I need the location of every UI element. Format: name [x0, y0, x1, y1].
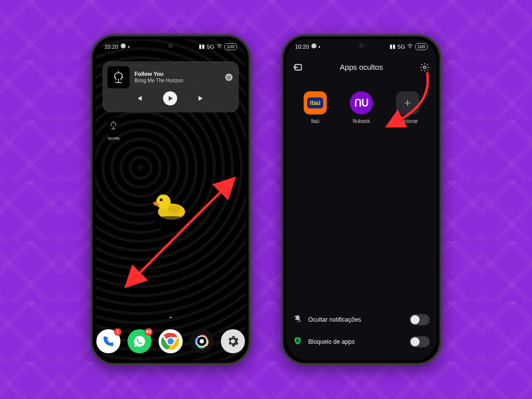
widget-suggestion-row[interactable]: Spotify — [102, 116, 239, 141]
svg-point-1 — [156, 195, 171, 209]
svg-point-16 — [410, 47, 411, 48]
network-label: 5G — [397, 44, 405, 50]
option-app-lock[interactable]: Bloqueio de apps — [293, 336, 430, 347]
music-widget[interactable]: Follow You Bring Me The Horizon — [102, 61, 239, 112]
app-label: Itaú — [299, 118, 331, 124]
bell-off-icon — [293, 314, 302, 325]
wifi-icon — [407, 44, 413, 50]
network-label: 5G — [207, 44, 214, 50]
song-title: Follow You — [135, 70, 220, 77]
next-button[interactable] — [197, 94, 205, 102]
battery-pill: 100 — [224, 43, 237, 50]
header-title: Apps ocultos — [340, 63, 383, 71]
app-label: Adicionar — [391, 118, 424, 124]
song-artist: Bring Me The Horizon — [135, 77, 220, 84]
whatsapp-app[interactable]: 50 — [127, 329, 152, 353]
camera-search-app[interactable] — [190, 329, 214, 353]
phone-badge: 1 — [114, 328, 121, 336]
signal-icon: ▮▮ — [199, 43, 205, 50]
signal-icon: ▮▮ — [389, 43, 395, 50]
svg-point-3 — [168, 205, 181, 213]
app-drawer-handle[interactable]: ⌃ — [168, 315, 174, 323]
hidden-apps-grid: itaú Itaú ՈՍ Nubank Adicionar — [286, 91, 437, 124]
app-label: Nubank — [345, 118, 377, 124]
svg-point-18 — [424, 66, 426, 68]
spotify-status-icon — [311, 43, 317, 50]
svg-point-5 — [120, 43, 125, 48]
spotify-icon — [225, 73, 233, 81]
screen-header: Apps ocultos — [286, 57, 437, 77]
svg-point-15 — [311, 43, 316, 48]
option-hide-notifications[interactable]: Ocultar notificações — [293, 314, 430, 325]
thumb-spotify-caption: Spotify — [107, 136, 119, 141]
svg-point-6 — [219, 47, 220, 48]
album-art — [107, 66, 129, 88]
option-label: Bloqueio de apps — [308, 338, 404, 345]
settings-app[interactable] — [221, 329, 245, 353]
hidden-app-itau[interactable]: itaú Itaú — [299, 91, 331, 124]
wallpaper-duck — [153, 191, 189, 221]
toggle-app-lock[interactable] — [410, 336, 430, 347]
settings-button[interactable] — [420, 62, 430, 72]
phone-app[interactable]: 1 — [96, 329, 120, 353]
shield-lock-icon — [293, 336, 302, 347]
back-button[interactable] — [293, 62, 304, 73]
spotify-status-icon — [120, 43, 126, 50]
chrome-app[interactable] — [159, 329, 183, 353]
tutorial-background: 10:20 • ▮▮ 5G 100 — [0, 0, 532, 399]
battery-pill: 100 — [415, 43, 428, 50]
svg-point-14 — [200, 339, 204, 343]
home-dock: 1 50 — [95, 329, 246, 353]
svg-rect-20 — [297, 340, 299, 342]
phone-home-screen: 10:20 • ▮▮ 5G 100 — [90, 34, 251, 365]
whatsapp-badge: 50 — [145, 328, 153, 336]
add-app-button[interactable]: Adicionar — [391, 91, 424, 124]
option-label: Ocultar notificações — [308, 316, 404, 323]
phone-hidden-apps: 10:20 • ▮▮ 5G 100 — [281, 34, 442, 365]
previous-button[interactable] — [135, 94, 143, 102]
status-time: 10:20 — [104, 44, 118, 50]
play-button[interactable] — [163, 91, 177, 105]
status-time: 10:20 — [295, 44, 309, 50]
svg-point-2 — [160, 199, 162, 201]
wifi-icon — [216, 44, 222, 50]
hidden-apps-options: Ocultar notificações Bloqueio de apps — [293, 314, 430, 347]
hidden-app-nubank[interactable]: ՈՍ Nubank — [345, 91, 377, 124]
toggle-hide-notifications[interactable] — [410, 314, 430, 325]
